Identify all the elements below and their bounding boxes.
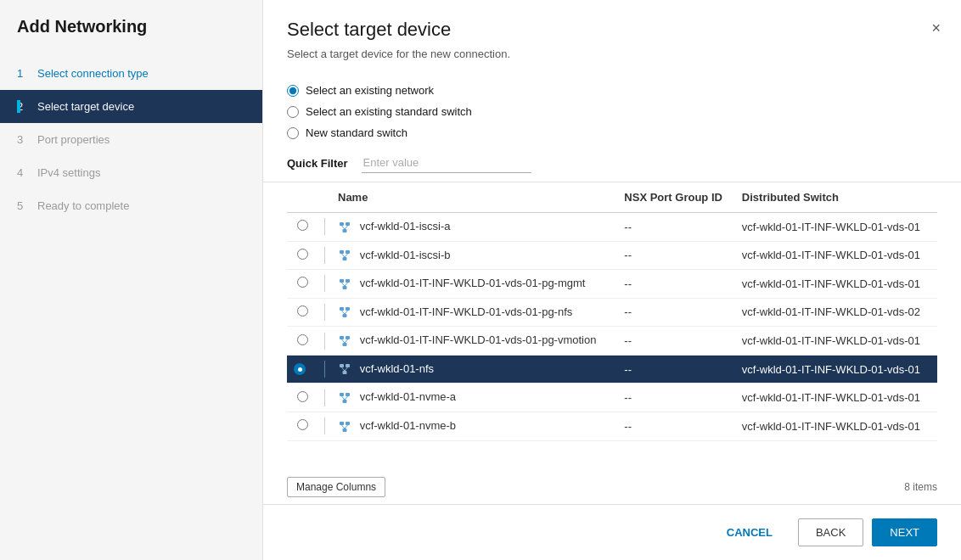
row-radio-input[interactable] <box>297 305 308 316</box>
main-title: Select target device <box>287 19 937 41</box>
sidebar-item-ready-to-complete: 5 Ready to complete <box>0 189 262 222</box>
col-switch: Distributed Switch <box>735 182 937 213</box>
svg-rect-11 <box>346 279 350 283</box>
add-networking-dialog: Add Networking 1 Select connection type … <box>0 0 961 560</box>
row-switch-cell: vcf-wkld-01-IT-INF-WKLD-01-vds-01 <box>735 355 937 384</box>
radio-label-text-opt-existing-network: Select an existing network <box>306 84 434 97</box>
table-row[interactable]: vcf-wkld-01-IT-INF-WKLD-01-vds-01-pg-vmo… <box>287 327 937 356</box>
svg-line-14 <box>345 283 348 286</box>
row-radio-input[interactable] <box>297 277 308 288</box>
radio-label-text-opt-new-switch: New standard switch <box>306 126 407 139</box>
step-label: Select connection type <box>37 67 149 80</box>
row-switch-cell: vcf-wkld-01-IT-INF-WKLD-01-vds-01 <box>735 327 937 356</box>
svg-rect-16 <box>346 307 350 311</box>
network-icon <box>338 334 351 348</box>
row-select-cell[interactable] <box>287 412 318 440</box>
row-nsx-cell: -- <box>617 412 735 440</box>
svg-rect-5 <box>340 250 344 254</box>
row-switch-cell: vcf-wkld-01-IT-INF-WKLD-01-vds-01 <box>735 241 937 270</box>
col-nsx: NSX Port Group ID <box>617 182 735 213</box>
row-divider-cell <box>318 213 331 242</box>
sidebar-item-select-connection-type[interactable]: 1 Select connection type <box>0 57 262 90</box>
row-select-cell[interactable] <box>287 241 318 270</box>
sidebar: Add Networking 1 Select connection type … <box>0 0 263 560</box>
active-bar <box>17 100 20 113</box>
radio-label-opt-existing-switch[interactable]: Select an existing standard switch <box>287 105 937 118</box>
row-divider-line <box>324 417 325 434</box>
table-row[interactable]: vcf-wkld-01-nvme-a --vcf-wkld-01-IT-INF-… <box>287 384 937 412</box>
row-select-cell[interactable] <box>287 384 318 412</box>
sidebar-item-ipv4-settings: 4 IPv4 settings <box>0 156 262 189</box>
row-name-cell: vcf-wkld-01-IT-INF-WKLD-01-vds-01-pg-mgm… <box>331 270 617 299</box>
manage-columns-button[interactable]: Manage Columns <box>287 477 385 497</box>
svg-line-13 <box>342 283 346 286</box>
svg-line-9 <box>345 254 348 257</box>
svg-line-38 <box>342 425 346 428</box>
selected-radio-indicator <box>294 363 306 375</box>
radio-label-opt-new-switch[interactable]: New standard switch <box>287 126 937 139</box>
radio-input-opt-existing-switch[interactable] <box>287 106 299 118</box>
cancel-button[interactable]: CANCEL <box>710 518 790 546</box>
row-nsx-cell: -- <box>617 384 735 412</box>
filter-label: Quick Filter <box>287 157 348 170</box>
next-button[interactable]: NEXT <box>872 518 937 546</box>
filter-input[interactable] <box>362 153 531 173</box>
radio-label-opt-existing-network[interactable]: Select an existing network <box>287 84 937 97</box>
svg-rect-7 <box>343 257 347 260</box>
col-name: Name <box>331 182 617 213</box>
network-icon <box>338 391 351 405</box>
svg-line-3 <box>342 226 346 229</box>
row-switch-cell: vcf-wkld-01-IT-INF-WKLD-01-vds-01 <box>735 412 937 440</box>
svg-line-8 <box>342 254 346 257</box>
row-divider-cell <box>318 355 331 384</box>
row-select-cell[interactable] <box>287 270 318 299</box>
row-radio-input[interactable] <box>297 391 308 402</box>
row-select-cell[interactable] <box>287 213 318 242</box>
sidebar-item-port-properties: 3 Port properties <box>0 123 262 156</box>
row-divider-line <box>324 361 325 378</box>
table-row[interactable]: vcf-wkld-01-IT-INF-WKLD-01-vds-01-pg-nfs… <box>287 298 937 327</box>
step-label: Port properties <box>37 133 110 146</box>
back-button[interactable]: BACK <box>798 518 863 546</box>
row-name: vcf-wkld-01-iscsi-a <box>360 220 451 232</box>
table-row[interactable]: vcf-wkld-01-nfs --vcf-wkld-01-IT-INF-WKL… <box>287 355 937 384</box>
svg-rect-25 <box>340 364 344 367</box>
radio-group: Select an existing networkSelect an exis… <box>263 74 961 153</box>
table-row[interactable]: vcf-wkld-01-IT-INF-WKLD-01-vds-01-pg-mgm… <box>287 270 937 299</box>
radio-input-opt-new-switch[interactable] <box>287 127 299 139</box>
row-name-cell: vcf-wkld-01-iscsi-b <box>331 241 617 270</box>
row-select-cell[interactable] <box>287 355 318 384</box>
svg-line-34 <box>345 396 348 400</box>
network-icon <box>338 249 351 262</box>
row-nsx-cell: -- <box>617 270 735 299</box>
row-name: vcf-wkld-01-IT-INF-WKLD-01-vds-01-pg-nfs <box>360 305 573 318</box>
row-radio-input[interactable] <box>297 334 308 345</box>
sidebar-item-select-target-device[interactable]: 2 Select target device <box>0 90 262 123</box>
svg-rect-20 <box>340 336 344 339</box>
row-radio-input[interactable] <box>297 419 308 430</box>
svg-line-24 <box>345 339 348 343</box>
row-select-cell[interactable] <box>287 298 318 327</box>
svg-rect-0 <box>340 222 344 226</box>
step-num: 1 <box>17 67 31 80</box>
main-header: Select target device Select a target dev… <box>263 0 961 74</box>
svg-rect-15 <box>340 307 344 311</box>
row-name-cell: vcf-wkld-01-iscsi-a <box>331 213 617 242</box>
row-divider-cell <box>318 298 331 327</box>
table-row[interactable]: vcf-wkld-01-nvme-b --vcf-wkld-01-IT-INF-… <box>287 412 937 440</box>
row-name: vcf-wkld-01-nvme-b <box>360 419 456 432</box>
row-radio-input[interactable] <box>297 220 308 231</box>
row-name: vcf-wkld-01-IT-INF-WKLD-01-vds-01-pg-vmo… <box>360 333 597 346</box>
row-switch-cell: vcf-wkld-01-IT-INF-WKLD-01-vds-02 <box>735 298 937 327</box>
row-select-cell[interactable] <box>287 327 318 356</box>
close-button[interactable]: × <box>928 17 944 39</box>
svg-rect-22 <box>343 343 347 346</box>
svg-rect-2 <box>343 229 347 232</box>
radio-input-opt-existing-network[interactable] <box>287 85 299 97</box>
svg-rect-32 <box>343 400 347 403</box>
row-radio-input[interactable] <box>297 249 308 260</box>
step-label: Ready to complete <box>37 199 129 212</box>
table-row[interactable]: vcf-wkld-01-iscsi-a --vcf-wkld-01-IT-INF… <box>287 213 937 242</box>
row-divider-line <box>324 333 325 350</box>
table-row[interactable]: vcf-wkld-01-iscsi-b --vcf-wkld-01-IT-INF… <box>287 241 937 270</box>
